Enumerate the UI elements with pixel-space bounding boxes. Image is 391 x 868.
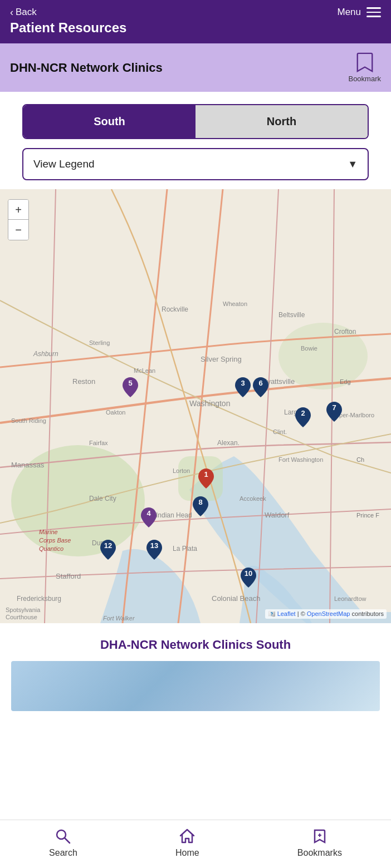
clinic-preview-image [11,661,380,711]
svg-text:La Plata: La Plata [173,545,197,553]
svg-text:Reston: Reston [72,377,95,386]
svg-text:Fredericksburg: Fredericksburg [17,595,61,603]
nav-home[interactable]: Home [175,828,199,858]
back-label: Back [16,7,37,18]
map-marker-6[interactable]: 6 [251,376,270,398]
svg-text:Accokeek: Accokeek [240,495,266,502]
section-title: DHA-NCR Network Clinics South [11,638,380,652]
leaflet-link[interactable]: Leaflet [277,610,296,617]
svg-text:Ashburn: Ashburn [33,350,58,358]
svg-text:Alexan.: Alexan. [217,439,240,447]
svg-text:Ch: Ch [356,456,364,463]
bottom-nav: Search Home Bookmarks [0,820,391,868]
svg-line-57 [65,838,70,843]
map-marker-5[interactable]: 5 [121,376,140,398]
nav-search-label: Search [49,848,77,858]
tab-south[interactable]: South [23,105,195,138]
svg-text:Waldorf: Waldorf [265,511,290,519]
nav-home-label: Home [175,848,199,858]
svg-text:Prince F: Prince F [356,512,379,519]
preview-image-area [0,652,391,711]
svg-text:Dale City: Dale City [89,495,116,502]
bottom-spacer [0,711,391,767]
svg-text:Wheaton: Wheaton [223,300,247,307]
svg-text:Edg: Edg [340,378,351,385]
bookmark-button[interactable]: Bookmark [348,52,381,83]
osm-link[interactable]: OpenStreetMap [307,610,350,617]
zoom-out-button[interactable]: − [8,220,28,240]
tabs-area: South North [0,92,391,139]
svg-text:Clint.: Clint. [273,428,287,435]
svg-text:Oakton: Oakton [106,409,125,416]
map-attribution: 🇺🇧 Leaflet | © OpenStreetMap contributor… [265,609,387,619]
bookmark-icon [356,52,374,72]
home-icon [179,828,195,845]
svg-text:Fairfax: Fairfax [89,440,108,446]
nav-search[interactable]: Search [49,828,77,858]
svg-text:Leonardtow: Leonardtow [334,595,366,602]
map-container[interactable]: Ashburn Sterling Rockville Wheaton Belts… [0,189,391,623]
attribution-separator: | © [297,610,307,617]
svg-text:Manassas: Manassas [11,461,45,469]
svg-text:Crofton: Crofton [334,328,356,336]
subheader: DHN-NCR Network Clinics Bookmark [0,43,391,92]
map-marker-13[interactable]: 13 [145,539,164,561]
menu-label: Menu [337,7,361,18]
tab-north[interactable]: North [195,105,368,138]
map-marker-2[interactable]: 2 [294,406,312,428]
svg-text:South Riding: South Riding [11,417,46,424]
map-marker-8[interactable]: 8 [191,495,210,517]
chevron-down-icon: ▼ [348,159,358,170]
back-button[interactable]: ‹ Back [10,7,37,18]
svg-text:Stafford: Stafford [56,572,81,580]
search-icon [55,828,71,845]
svg-text:Lorton: Lorton [173,467,190,474]
subheader-title: DHN-NCR Network Clinics [10,61,163,75]
svg-text:Corps Base: Corps Base [39,537,71,544]
header: ‹ Back Menu Patient Resources [0,0,391,43]
svg-text:Fort Washington: Fort Washington [278,456,323,463]
map-marker-12[interactable]: 12 [99,539,118,561]
map-marker-10[interactable]: 10 [239,566,258,589]
zoom-in-button[interactable]: + [8,200,28,220]
legend-area: View Legend ▼ [0,139,391,180]
header-top: ‹ Back Menu [10,7,381,18]
map-marker-4[interactable]: 4 [139,506,158,529]
page-title: Patient Resources [10,20,381,36]
svg-text:Silver Spring: Silver Spring [201,355,242,363]
svg-text:Marine: Marine [39,529,58,535]
svg-text:Washington: Washington [189,399,230,408]
zoom-controls: + − [8,199,29,240]
nav-bookmarks-label: Bookmarks [297,848,342,858]
menu-button[interactable]: Menu [337,7,381,18]
hamburger-icon [366,7,381,17]
bookmark-label: Bookmark [348,75,381,83]
map-marker-1[interactable]: 1 [197,467,216,490]
legend-dropdown[interactable]: View Legend ▼ [22,148,369,180]
svg-text:Sterling: Sterling [89,339,110,346]
svg-text:Fort Walker: Fort Walker [103,615,135,622]
tabs-row: South North [22,104,369,139]
legend-label: View Legend [33,158,95,170]
attribution-contributors: contributors [352,610,384,617]
svg-text:Rockville: Rockville [162,305,188,313]
map-marker-7[interactable]: 7 [325,401,344,423]
map-marker-3[interactable]: 3 [233,376,252,398]
section-title-area: DHA-NCR Network Clinics South [0,623,391,652]
bookmarks-icon [311,828,328,845]
back-chevron-icon: ‹ [10,7,13,17]
svg-text:Courthouse: Courthouse [6,614,37,620]
svg-text:Beltsville: Beltsville [278,311,305,319]
svg-text:Indian Head: Indian Head [156,511,192,519]
svg-text:Bowie: Bowie [301,345,317,352]
svg-text:Quantico: Quantico [39,545,63,552]
svg-text:Colonial Beach: Colonial Beach [212,594,260,603]
svg-text:McLean: McLean [134,367,155,374]
svg-text:Spotsylvania: Spotsylvania [6,606,41,613]
nav-bookmarks[interactable]: Bookmarks [297,828,342,858]
